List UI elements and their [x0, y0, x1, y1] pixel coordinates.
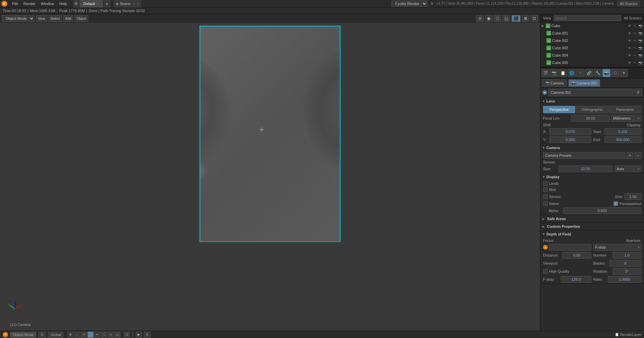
vp-icon-5[interactable]: ⊞ [522, 15, 529, 22]
bottom-icon-5[interactable]: ⬡ [101, 332, 107, 338]
prop-tab-modifiers[interactable]: 🔧 [594, 69, 602, 77]
outliner-item-cube004[interactable]: △ Cube.004 👁 ↖ 📷 [540, 52, 644, 59]
limits-checkbox[interactable] [543, 181, 548, 186]
prop-tab-render[interactable]: 📷 [550, 69, 558, 77]
alpha-value[interactable]: 0.500 [563, 207, 641, 214]
dof-section-header[interactable]: ▼ Depth of Field [540, 230, 644, 238]
cursor-icon-cube005[interactable]: ↖ [633, 60, 637, 65]
bottom-blender-logo[interactable]: B [3, 332, 8, 337]
prop-tab-object[interactable]: ○ [576, 69, 584, 77]
outliner-item-cube[interactable]: ▶ △ Cube 👁 ↖ 📷 [540, 22, 644, 29]
prop-tab-camera[interactable]: 📷 [602, 69, 610, 77]
vp-icon-3[interactable]: ⬡ [494, 15, 501, 22]
eye-icon-cube004[interactable]: 👁 [627, 53, 632, 58]
prop-tab-render2[interactable]: 📋 [559, 69, 567, 77]
prop-tab-constraints[interactable]: 🔗 [585, 69, 593, 77]
vp-icon-6[interactable]: ⊡ [531, 15, 538, 22]
lens-section-header[interactable]: ▼ Lens [540, 97, 644, 105]
lens-tab-panoramic[interactable]: Panoramic [609, 106, 641, 113]
number-value[interactable]: 1.0 [613, 252, 642, 259]
sensor-size-value[interactable]: 32.00 [558, 165, 612, 172]
outliner-item-cube005[interactable]: △ Cube.005 👁 ↖ 📷 [540, 59, 644, 66]
menu-file[interactable]: File [9, 0, 21, 7]
object-btn[interactable]: Object [74, 15, 88, 22]
camera-type-btn[interactable]: 📷 Camera [542, 79, 567, 87]
bottom-icon-3[interactable]: ↺ [81, 332, 87, 338]
outliner-search[interactable] [554, 15, 621, 21]
camera-color-dot[interactable]: ● [542, 90, 547, 95]
cursor-icon-cube002[interactable]: ↖ [633, 38, 637, 43]
eye-icon-cube005[interactable]: 👁 [627, 60, 632, 65]
cursor-icon-cube[interactable]: ↖ [633, 23, 637, 28]
bottom-pivot-selector[interactable]: ⊙ [38, 332, 46, 338]
outliner-item-cube003[interactable]: △ Cube.003 👁 ↖ 📷 [540, 44, 644, 52]
workspace-tab-default[interactable]: Default × [79, 0, 103, 7]
passepartout-checkbox[interactable] [613, 201, 618, 206]
render-icon-cube002[interactable]: 📷 [638, 38, 643, 43]
y-value[interactable]: 0.000 [549, 136, 591, 143]
engine-selector[interactable]: Cycles Render [391, 1, 427, 7]
scene-selector[interactable]: ▶ Scene + × [114, 0, 142, 7]
mist-checkbox[interactable] [543, 187, 548, 192]
bottom-anim-btn[interactable]: ▶ [136, 332, 142, 338]
distance-value[interactable]: 0.00 [562, 252, 591, 259]
eye-icon-cube001[interactable]: 👁 [627, 31, 632, 36]
vp-icon-1[interactable]: ⊙ [476, 15, 484, 22]
lens-tab-perspective[interactable]: Perspective [543, 106, 575, 113]
render-icon-cube001[interactable]: 📷 [638, 31, 643, 36]
camera-section-header[interactable]: ▼ Camera [540, 144, 644, 151]
cursor-icon-cube003[interactable]: ↖ [633, 46, 637, 50]
vp-render-btn[interactable]: ⬛ [512, 15, 521, 22]
workspace-add-btn[interactable]: + [104, 0, 110, 7]
prop-tab-world[interactable]: 🌐 [568, 69, 576, 77]
unit-dropdown[interactable]: Millimeters ▾ [611, 115, 641, 122]
bottom-icon-1[interactable]: ⊕ [67, 332, 73, 338]
camera-presets-field[interactable]: Camera Presets [543, 152, 625, 159]
x-value[interactable]: 0.070 [549, 128, 591, 135]
render-icon-cube004[interactable]: 📷 [638, 53, 643, 58]
focus-color-dot[interactable]: ● [543, 245, 548, 250]
start-value[interactable]: 0.100 [604, 128, 642, 135]
render-icon-cube005[interactable]: 📷 [638, 60, 643, 65]
outliner-item-cube001[interactable]: △ Cube.001 👁 ↖ 📷 [540, 29, 644, 37]
safe-areas-header[interactable]: ▶ Safe Areas [540, 215, 644, 222]
bottom-record-btn[interactable]: ⏸ [144, 332, 151, 338]
bottom-icon-6[interactable]: ⊙ [108, 332, 114, 338]
add-btn[interactable]: Add [63, 15, 73, 22]
sensor-unit-dropdown[interactable]: Auto ▾ [614, 165, 641, 172]
focus-object-field[interactable] [549, 244, 591, 251]
menu-render[interactable]: Render [21, 0, 38, 7]
cursor-icon-cube001[interactable]: ↖ [633, 31, 637, 36]
bottom-mode-selector[interactable]: Object Mode [10, 332, 36, 338]
focal-len-value[interactable]: 28.00 [571, 115, 610, 122]
vp-icon-4[interactable]: ◱ [502, 15, 510, 22]
prop-tab-particles[interactable]: ✦ [620, 69, 628, 77]
cursor-icon-cube004[interactable]: ↖ [633, 53, 637, 58]
outliner-item-cube002[interactable]: △ Cube.002 👁 ↖ 📷 [540, 37, 644, 44]
size-display-value[interactable]: 1.00 [625, 193, 641, 200]
blades-value[interactable]: 0 [609, 260, 642, 267]
sensor-checkbox[interactable] [543, 194, 548, 199]
render-icon-cube003[interactable]: 📷 [638, 46, 643, 50]
end-value[interactable]: 900.000 [604, 136, 642, 143]
rotation-value[interactable]: 0° [613, 268, 642, 275]
presets-add-btn[interactable]: + [627, 152, 633, 159]
menu-window[interactable]: Window [38, 0, 57, 7]
display-section-header[interactable]: ▼ Display [540, 173, 644, 181]
custom-props-header[interactable]: ▶ Custom Properties [540, 223, 644, 230]
bottom-icon-7[interactable]: ◱ [114, 332, 120, 338]
name-checkbox[interactable] [543, 201, 548, 206]
workspace-tab-close[interactable]: × [97, 2, 99, 5]
eye-icon-cube003[interactable]: 👁 [627, 46, 632, 50]
prop-tab-scene[interactable]: 🎬 [541, 69, 549, 77]
prop-tab-material[interactable]: ⬡ [611, 69, 619, 77]
camera-name-input[interactable] [548, 89, 633, 96]
f-key-btn[interactable]: F [635, 89, 642, 96]
vp-icon-2[interactable]: ◉ [485, 15, 492, 22]
mode-selector[interactable]: Object Mode [2, 15, 35, 22]
high-quality-checkbox[interactable] [543, 269, 548, 274]
bottom-icon-4[interactable]: ✏ [94, 332, 100, 338]
presets-remove-btn[interactable]: − [635, 152, 641, 159]
viewport[interactable]: Object Mode View Select Add Object ⊙ ◉ ⬡… [0, 14, 540, 331]
view-btn[interactable]: View [36, 15, 47, 22]
